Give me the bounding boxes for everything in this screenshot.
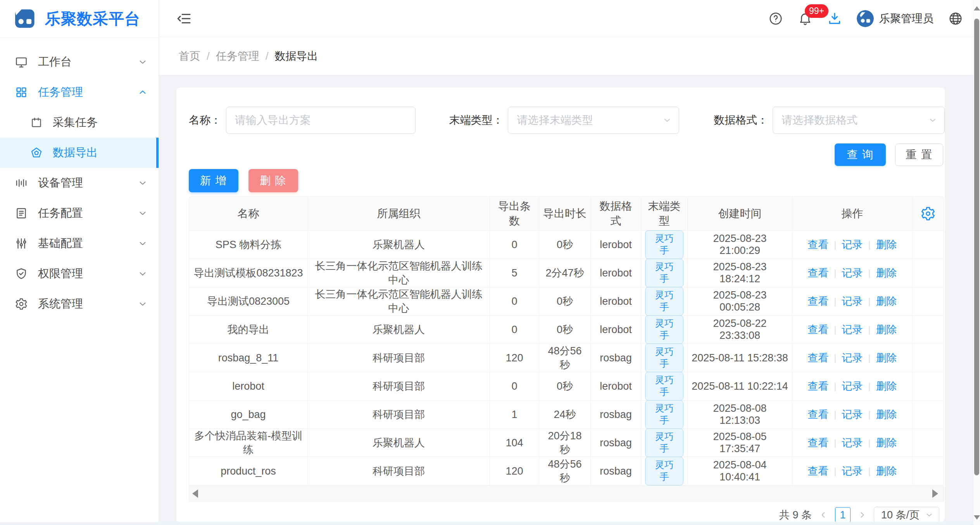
sidebar-item-permission-management[interactable]: 权限管理 — [0, 259, 159, 289]
sidebar-item-device-management[interactable]: 设备管理 — [0, 168, 159, 198]
scroll-left-arrow-icon[interactable] — [192, 489, 198, 498]
table-row[interactable]: 导出测试0823005 长三角一体化示范区智能机器人训练中心 0 0秒 lero… — [189, 287, 944, 316]
action-separator: | — [868, 466, 871, 477]
view-link[interactable]: 查看 — [807, 266, 828, 280]
records-link[interactable]: 记录 — [842, 351, 863, 365]
window-vertical-scrollbar[interactable] — [973, 0, 980, 525]
page-number[interactable]: 1 — [835, 507, 851, 522]
records-link[interactable]: 记录 — [842, 436, 863, 450]
delete-link[interactable]: 删除 — [876, 408, 897, 421]
add-button[interactable]: 新 增 — [189, 169, 238, 192]
cell-count: 5 — [490, 259, 539, 287]
table-row[interactable]: 我的导出 乐聚机器人 0 0秒 lerobot 灵巧手 2025-08-22 2… — [189, 316, 944, 344]
equalizer-horizontal-icon — [15, 176, 28, 190]
cell-count: 0 — [490, 372, 539, 401]
records-link[interactable]: 记录 — [842, 408, 863, 421]
user-name: 乐聚管理员 — [879, 11, 933, 26]
delete-link[interactable]: 删除 — [876, 464, 897, 478]
sidebar-item-task-config[interactable]: 任务配置 — [0, 198, 159, 228]
view-link[interactable]: 查看 — [807, 238, 828, 252]
calendar-icon — [30, 116, 43, 129]
scroll-down-arrow-icon[interactable] — [974, 515, 980, 520]
reset-button[interactable]: 重 置 — [895, 143, 943, 166]
sidebar-item-workbench[interactable]: 工作台 — [0, 47, 159, 77]
table-row[interactable]: rosbag_8_11 科研项目部 120 48分56秒 rosbag 灵巧手 … — [189, 344, 944, 372]
end-type-tag: 灵巧手 — [645, 400, 683, 429]
end-type-select[interactable]: 请选择末端类型 — [508, 107, 679, 134]
table-horizontal-scrollbar[interactable] — [189, 485, 944, 502]
breadcrumb-task-management[interactable]: 任务管理 — [216, 49, 259, 64]
delete-link[interactable]: 删除 — [876, 379, 897, 393]
download-icon[interactable] — [827, 11, 842, 26]
column-settings-gear-icon[interactable] — [920, 206, 936, 221]
grid-icon — [15, 86, 28, 99]
cell-end-type: 灵巧手 — [641, 316, 688, 344]
records-link[interactable]: 记录 — [842, 238, 863, 252]
sidebar-menu: 工作台 任务管理 采集任务 数据导出 设备管理 — [0, 38, 159, 319]
notifications[interactable]: 99+ — [798, 11, 813, 26]
data-format-select[interactable]: 请选择数据格式 — [773, 107, 945, 134]
chevron-up-icon — [138, 87, 148, 97]
prev-page-icon[interactable] — [819, 510, 828, 520]
action-separator: | — [868, 352, 871, 363]
delete-link[interactable]: 删除 — [876, 266, 897, 280]
cell-actions: 查看 | 记录 | 删除 — [792, 231, 913, 259]
table-row[interactable]: product_ros 科研项目部 120 48分56秒 rosbag 灵巧手 … — [189, 457, 944, 485]
delete-link[interactable]: 删除 — [876, 436, 897, 450]
sidebar-item-system-management[interactable]: 系统管理 — [0, 289, 159, 319]
sidebar-item-data-export[interactable]: 数据导出 — [0, 138, 159, 168]
cell-end-type: 灵巧手 — [641, 372, 688, 401]
table-row[interactable]: SPS 物料分拣 乐聚机器人 0 0秒 lerobot 灵巧手 2025-08-… — [189, 231, 944, 259]
shield-check-icon — [15, 267, 28, 280]
table-row[interactable]: 多个快消品装箱-模型训练 乐聚机器人 104 20分18秒 rosbag 灵巧手… — [189, 429, 944, 457]
delete-link[interactable]: 删除 — [876, 294, 897, 308]
window-horizontal-scrollbar[interactable] — [0, 522, 973, 525]
view-link[interactable]: 查看 — [807, 408, 828, 421]
records-link[interactable]: 记录 — [842, 464, 863, 478]
scrollbar-thumb[interactable] — [974, 19, 979, 475]
next-page-icon[interactable] — [858, 510, 867, 520]
delete-button[interactable]: 删 除 — [248, 169, 298, 192]
cell-name: 多个快消品装箱-模型训练 — [189, 429, 308, 457]
delete-link[interactable]: 删除 — [876, 323, 897, 337]
view-link[interactable]: 查看 — [807, 323, 828, 337]
records-link[interactable]: 记录 — [842, 266, 863, 280]
page-size-select[interactable]: 10 条/页 — [874, 507, 939, 522]
records-link[interactable]: 记录 — [842, 294, 863, 308]
view-link[interactable]: 查看 — [807, 379, 828, 393]
sidebar-item-collect-tasks[interactable]: 采集任务 — [0, 107, 159, 138]
globe-icon[interactable] — [948, 11, 963, 26]
table-row[interactable]: go_bag 科研项目部 1 24秒 rosbag 灵巧手 2025-08-08… — [189, 401, 944, 429]
cell-settings-spacer — [913, 372, 944, 401]
table-row[interactable]: lerobot 科研项目部 0 0秒 lerobot 灵巧手 2025-08-1… — [189, 372, 944, 401]
scroll-up-arrow-icon[interactable] — [974, 6, 980, 10]
scroll-right-arrow-icon[interactable] — [932, 489, 938, 498]
help-icon[interactable] — [768, 11, 783, 26]
view-link[interactable]: 查看 — [807, 294, 828, 308]
table-row[interactable]: 导出测试模板08231823 长三角一体化示范区智能机器人训练中心 5 2分47… — [189, 259, 944, 287]
view-link[interactable]: 查看 — [807, 436, 828, 450]
action-separator: | — [868, 268, 871, 278]
delete-link[interactable]: 删除 — [876, 351, 897, 365]
records-link[interactable]: 记录 — [842, 323, 863, 337]
cell-org: 科研项目部 — [308, 344, 490, 372]
cell-created: 2025-08-11 10:22:14 — [688, 372, 792, 401]
cell-format: lerobot — [591, 231, 641, 259]
cell-actions: 查看 | 记录 | 删除 — [792, 344, 913, 372]
breadcrumb-home[interactable]: 首页 — [179, 49, 200, 64]
pagination-total: 共 9 条 — [779, 508, 812, 522]
cell-actions: 查看 | 记录 | 删除 — [792, 287, 913, 316]
sidebar-collapse-icon[interactable] — [176, 11, 192, 26]
data-export-card: 名称： 末端类型： 请选择末端类型 数据格式： 请选择数据格式 — [176, 88, 945, 522]
sidebar-item-basic-config[interactable]: 基础配置 — [0, 228, 159, 259]
view-link[interactable]: 查看 — [807, 464, 828, 478]
sidebar-item-task-management[interactable]: 任务管理 — [0, 77, 159, 107]
end-type-tag: 灵巧手 — [645, 344, 683, 372]
cell-count: 0 — [490, 231, 539, 259]
name-filter-input[interactable] — [226, 107, 416, 134]
delete-link[interactable]: 删除 — [876, 238, 897, 252]
view-link[interactable]: 查看 — [807, 351, 828, 365]
records-link[interactable]: 记录 — [842, 379, 863, 393]
user-menu[interactable]: 乐聚管理员 — [857, 10, 933, 27]
search-button[interactable]: 查 询 — [835, 143, 886, 166]
